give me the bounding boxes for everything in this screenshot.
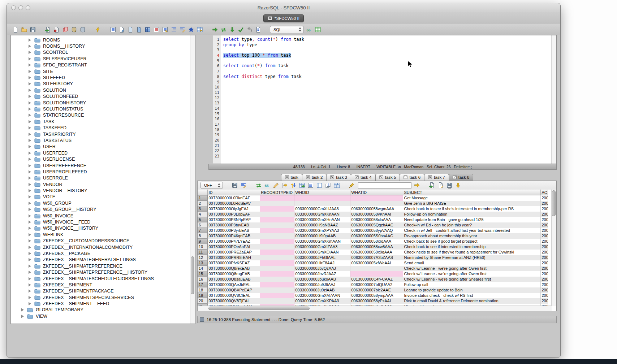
disclosure-triangle-icon[interactable] — [28, 201, 32, 205]
code-line-20[interactable] — [223, 138, 551, 143]
grid-cell[interactable]: 200 — [540, 250, 548, 255]
edit-export-icon[interactable] — [118, 26, 125, 33]
grid-vertical-scrollbar-thumb[interactable] — [552, 190, 556, 216]
column-header-ac[interactable]: AC — [540, 190, 548, 195]
row-number[interactable]: 14 — [198, 266, 207, 271]
tree-item-zkfedex-shipment-feed[interactable]: ZKFEDEX__SHIPMENT__FEED — [11, 300, 190, 307]
tree-item-userprofilefeed[interactable]: USERPROFILEFEED — [11, 169, 190, 175]
disclosure-triangle-icon[interactable] — [28, 188, 32, 193]
disclosure-triangle-icon[interactable] — [28, 245, 32, 250]
grid-cell-null[interactable] — [294, 195, 350, 201]
tree-item-scontrol[interactable]: SCONTROL — [11, 49, 190, 56]
grid-cell[interactable]: Leanne to provide update to Bain — [403, 287, 540, 293]
edit-grid-icon[interactable] — [437, 182, 444, 189]
tree-item-zkfedex-shipmentspecialservices[interactable]: ZKFEDEX__SHIPMENTSPECIALSERVICES — [11, 294, 190, 300]
column-header-id[interactable]: ID — [207, 190, 260, 195]
grid-cell[interactable]: 00630000007A3bZAAS — [350, 255, 403, 260]
code-line-13[interactable] — [223, 100, 551, 106]
tree-item-sitehistory[interactable]: SITEHISTORY — [11, 81, 190, 87]
grid-cell[interactable]: 00630000007blc2AAE — [350, 287, 403, 293]
commit-check-icon[interactable] — [237, 26, 244, 33]
statement-type-select[interactable]: SQL — [270, 26, 304, 33]
disclosure-triangle-icon[interactable] — [28, 94, 32, 99]
insert-node-icon[interactable] — [281, 182, 288, 189]
grid-cell[interactable]: Send email — [403, 260, 540, 266]
grid-cell-null[interactable] — [260, 201, 294, 206]
grid-cell[interactable]: Check w/ Leanne - we're going after Owen… — [403, 271, 540, 277]
grid-cell-null[interactable] — [260, 244, 294, 250]
export-data-icon[interactable] — [127, 26, 134, 33]
code-line-22[interactable] — [223, 148, 551, 153]
results-list-icon[interactable] — [314, 26, 321, 33]
code-line-4[interactable]: select top 100 * from task — [223, 53, 551, 58]
grid-cell[interactable]: Check w/ Leanne - we're going after Owen… — [403, 266, 540, 271]
row-number[interactable]: 3 — [198, 206, 207, 212]
grid-cell[interactable]: 00630000007bIQUAA2 — [350, 282, 403, 287]
disclosure-triangle-icon[interactable] — [28, 182, 32, 187]
grid-cell[interactable]: Rick to email David & reference Delmonte… — [403, 298, 540, 304]
code-line-7[interactable] — [223, 69, 551, 74]
row-number[interactable]: 8 — [198, 233, 207, 239]
grid-cell[interactable]: 006300000058xlaAAA — [350, 217, 403, 222]
grid-cell[interactable]: 00T3000000PRR8rEAH — [207, 255, 260, 260]
create-object-icon[interactable] — [70, 26, 77, 33]
tree-item-selfserviceuser[interactable]: SELFSERVICEUSER — [11, 56, 190, 62]
grid-cell-null[interactable] — [260, 298, 294, 304]
close-tab-icon[interactable] — [306, 175, 310, 180]
grid-cell[interactable]: 200 — [540, 266, 548, 271]
tree-item-userfeed[interactable]: USERFEED — [11, 150, 190, 156]
disclosure-triangle-icon[interactable] — [21, 314, 25, 318]
code-line-9[interactable] — [223, 79, 551, 85]
tree-item-taskstatus[interactable]: TASKSTATUS — [11, 137, 190, 143]
tree-item-user[interactable]: USER — [11, 144, 190, 150]
tree-item-solutionhistory[interactable]: SOLUTIONHISTORY — [11, 100, 190, 106]
grid-cell[interactable]: 0033000000GmXKnAAN — [294, 212, 350, 217]
disclosure-triangle-icon[interactable] — [28, 164, 32, 168]
row-number[interactable]: 17 — [198, 282, 207, 287]
grid-cell-null[interactable] — [260, 222, 294, 228]
tree-item-userlicense[interactable]: USERLICENSE — [11, 156, 190, 162]
disclosure-triangle-icon[interactable] — [28, 63, 32, 67]
grid-cell[interactable]: 200 — [540, 287, 548, 293]
disclosure-triangle-icon[interactable] — [28, 101, 32, 105]
disclosure-triangle-icon[interactable] — [28, 138, 32, 143]
grid-cell-null[interactable] — [260, 266, 294, 271]
close-tab-icon[interactable] — [453, 175, 457, 180]
code-line-15[interactable] — [223, 111, 551, 117]
tree-item-userpreference[interactable]: USERPREFERENCE — [11, 162, 190, 169]
grid-cell[interactable]: 00T3000000POeAnEAL — [207, 244, 260, 250]
grid-cell[interactable]: 00630000005xfWaAAI — [350, 260, 403, 266]
disclosure-triangle-icon[interactable] — [28, 257, 32, 262]
row-number[interactable]: 5 — [198, 217, 207, 222]
grid-cell[interactable]: 0033000000GmXOiAAN — [294, 250, 350, 255]
tree-item-zkfedex-shipmatepreference[interactable]: ZKFEDEX__SHIPMATEPREFERENCE — [11, 263, 190, 269]
grid-cell[interactable]: 006300000058ympAAA — [350, 293, 403, 298]
code-line-1[interactable]: select type, count(*) from task — [223, 37, 551, 42]
disclosure-triangle-icon[interactable] — [28, 226, 32, 230]
result-tab-task-6[interactable]: task 6 — [400, 174, 424, 181]
close-tab-icon[interactable] — [268, 16, 272, 21]
tree-item-staticresource[interactable]: STATICRESOURCE — [11, 112, 190, 118]
connect-import-icon[interactable] — [44, 26, 51, 33]
grid-cell[interactable]: 200 — [540, 282, 548, 287]
tree-item-taskpriority[interactable]: TASKPRIORITY — [11, 131, 190, 137]
row-number[interactable]: 12 — [198, 255, 207, 260]
disclosure-triangle-icon[interactable] — [28, 283, 32, 287]
grid-cell-null[interactable] — [260, 250, 294, 255]
tree-item-zkfedex-shipment[interactable]: ZKFEDEX__SHIPMENT — [11, 282, 190, 288]
tree-item-w50-invoice[interactable]: W50_INVOICE — [11, 213, 190, 219]
tree-item-global-temporary[interactable]: GLOBAL TEMPORARY — [11, 307, 190, 313]
execute-forward-icon[interactable] — [211, 26, 218, 33]
code-line-2[interactable]: group by type — [223, 42, 551, 48]
tree-item-solutionfeed[interactable]: SOLUTIONFEED — [11, 94, 190, 100]
disclosure-triangle-icon[interactable] — [28, 195, 32, 199]
export-grid-icon[interactable] — [428, 182, 435, 189]
grid-cell[interactable]: 00T3000000OiyJgEAJ — [207, 206, 260, 212]
new-file-icon[interactable] — [12, 26, 19, 33]
tree-item-task[interactable]: TASK — [11, 118, 190, 125]
close-tab-icon[interactable] — [404, 175, 407, 180]
result-tab-task-7[interactable]: task 7 — [424, 174, 449, 181]
disclosure-triangle-icon[interactable] — [28, 44, 32, 48]
column-header-recordtypeid[interactable]: RECORDTYPEID — [260, 190, 294, 195]
disclosure-triangle-icon[interactable] — [28, 132, 32, 136]
